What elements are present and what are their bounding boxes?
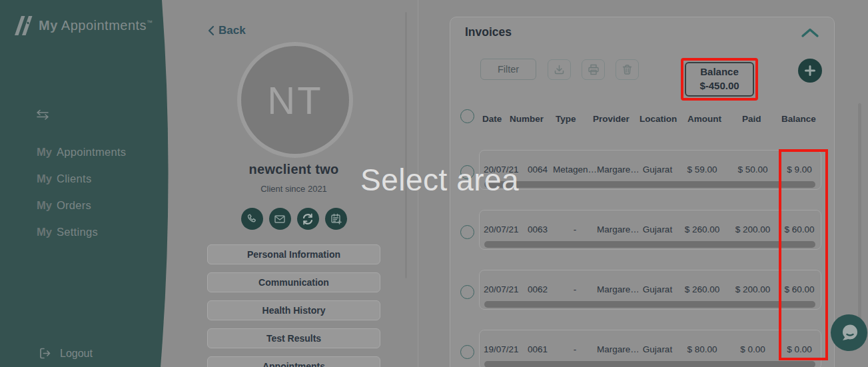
invoice-row[interactable]: 19/07/21 0061 - Margare… Gujarat $ 80.00… [479, 330, 821, 367]
chat-icon [838, 322, 861, 344]
filter-button[interactable]: Filter [480, 59, 536, 80]
print-icon [587, 63, 600, 76]
section-test-results-button[interactable]: Test Results [207, 328, 380, 348]
header-type: Type [556, 114, 576, 124]
row-select-radio[interactable] [460, 225, 474, 239]
cell-paid: $ 0.00 [727, 343, 778, 356]
sidebar-nav: MyAppointments MyClients MyOrders MySett… [37, 146, 126, 252]
header-number: Number [510, 114, 544, 124]
cell-type: - [553, 223, 597, 236]
cell-provider: Margare… [597, 163, 638, 177]
add-invoice-button[interactable] [798, 59, 822, 83]
balance-label: Balance [689, 65, 750, 79]
invoice-row[interactable]: 20/07/21 0063 - Margare… Gujarat $ 260.0… [479, 210, 821, 250]
invoice-progress-bar [484, 181, 815, 188]
download-icon [553, 64, 566, 76]
brand-logo-icon [15, 16, 33, 35]
cell-type: - [553, 283, 597, 296]
client-action-buttons [164, 208, 424, 230]
section-appointments-button[interactable]: Appointments [207, 356, 380, 367]
client-name: newclient two [164, 162, 424, 177]
cell-number: 0062 [528, 283, 553, 296]
trash-icon [621, 63, 634, 76]
add-icon [804, 65, 816, 77]
row-select-radio[interactable] [460, 285, 474, 299]
cell-paid: $ 200.00 [727, 223, 778, 236]
phone-icon [246, 213, 258, 225]
section-communication-button[interactable]: Communication [207, 272, 380, 292]
cell-amount: $ 260.00 [677, 283, 727, 296]
delete-button[interactable] [616, 59, 639, 80]
cell-number: 0063 [528, 223, 553, 236]
print-button[interactable] [582, 59, 605, 80]
cell-date: 20/07/21 [480, 223, 528, 236]
cell-balance: $ 9.00 [778, 163, 821, 177]
collapse-sidebar-icon[interactable] [35, 107, 51, 123]
invoice-row[interactable]: 20/07/21 0062 - Margare… Gujarat $ 260.0… [479, 270, 821, 310]
chat-button[interactable] [831, 314, 867, 351]
cell-location: Gujarat [638, 343, 677, 356]
email-icon [274, 213, 286, 225]
cell-date: 20/07/21 [480, 283, 528, 296]
client-avatar: NT [237, 42, 353, 158]
sync-icon [301, 212, 314, 226]
cell-provider: Margare… [597, 223, 638, 236]
cell-number: 0061 [528, 343, 553, 356]
header-balance: Balance [781, 114, 816, 124]
brand-logo: MyAppointments™ [15, 16, 153, 35]
invoice-row[interactable]: 20/07/21 0064 Metagen… Margare… Gujarat … [479, 150, 821, 190]
sidebar-item-my-orders[interactable]: MyOrders [37, 199, 126, 211]
client-profile-panel: Back NT newclient two Client since 2021 [164, 0, 424, 367]
cell-location: Gujarat [638, 283, 677, 296]
download-button[interactable] [548, 59, 571, 80]
page-scrollbar[interactable] [858, 103, 861, 326]
cell-balance: $ 0.00 [778, 343, 821, 356]
balance-value: $-450.00 [689, 79, 750, 93]
calendar-add-icon [330, 212, 342, 225]
sidebar-item-my-clients[interactable]: MyClients [37, 173, 126, 184]
cell-paid: $ 200.00 [727, 283, 778, 296]
sidebar: MyAppointments™ MyAppointments MyClients… [0, 0, 173, 367]
cell-date: 19/07/21 [480, 343, 528, 356]
invoice-progress-bar [484, 361, 815, 367]
call-client-button[interactable] [241, 208, 263, 230]
add-appointment-button[interactable] [325, 208, 347, 230]
client-since: Client since 2021 [164, 184, 424, 194]
balance-summary[interactable]: Balance $-450.00 [685, 62, 754, 97]
header-provider: Provider [593, 114, 630, 124]
cell-location: Gujarat [638, 163, 677, 177]
row-select-radio[interactable] [460, 345, 474, 359]
header-paid: Paid [742, 114, 761, 124]
cell-location: Gujarat [638, 223, 677, 236]
collapse-section-icon[interactable] [801, 27, 819, 38]
logout-icon [38, 346, 52, 360]
row-select-radio[interactable] [460, 165, 474, 179]
header-location: Location [640, 114, 677, 124]
cell-amount: $ 260.00 [677, 223, 727, 236]
app-window: MyAppointments™ MyAppointments MyClients… [0, 0, 868, 367]
cell-provider: Margare… [597, 283, 638, 296]
invoices-panel: Invoices Filter [450, 17, 835, 367]
cell-type: - [553, 343, 597, 356]
client-section-list: Personal Information Communication Healt… [207, 244, 380, 367]
sync-client-button[interactable] [297, 208, 319, 230]
cell-number: 0064 [528, 163, 553, 177]
cell-type: Metagen… [553, 163, 597, 177]
invoice-table-header: Date Number Type Provider Location Amoun… [450, 114, 834, 126]
cell-balance: $ 60.00 [778, 223, 821, 236]
sidebar-item-my-settings[interactable]: MySettings [37, 226, 126, 238]
invoices-title: Invoices [465, 25, 512, 39]
back-button[interactable]: Back [208, 24, 246, 37]
cell-balance: $ 60.00 [778, 283, 821, 296]
cell-paid: $ 50.00 [727, 163, 778, 177]
balance-annotation-box: Balance $-450.00 [681, 58, 758, 101]
section-health-history-button[interactable]: Health History [207, 300, 380, 320]
sidebar-item-my-appointments[interactable]: MyAppointments [37, 146, 126, 158]
cell-date: 20/07/21 [480, 163, 528, 177]
logout-button[interactable]: Logout [38, 346, 93, 360]
invoice-progress-bar [484, 241, 815, 248]
invoice-progress-bar [484, 301, 815, 308]
section-personal-information-button[interactable]: Personal Information [207, 244, 380, 264]
cell-amount: $ 59.00 [677, 163, 727, 177]
email-client-button[interactable] [269, 208, 291, 230]
